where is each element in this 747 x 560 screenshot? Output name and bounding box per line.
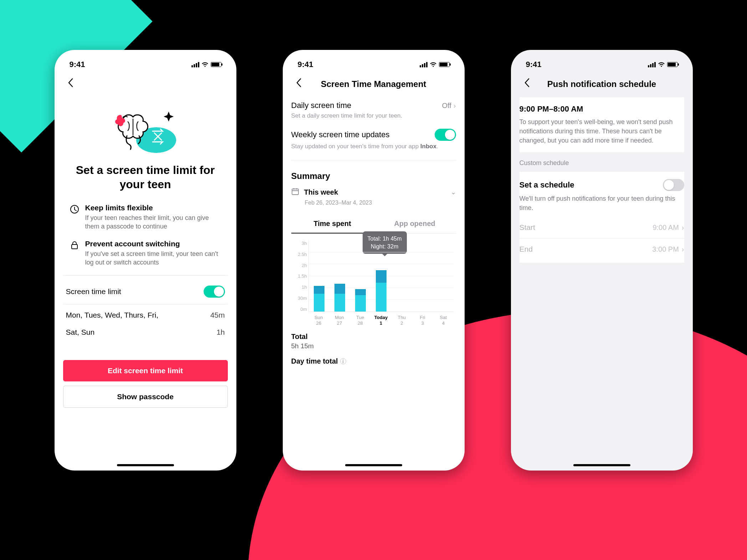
tab-time-spent[interactable]: Time spent: [291, 215, 374, 233]
cellular-icon: [648, 62, 656, 67]
svg-rect-3: [292, 189, 298, 195]
chevron-down-icon: ⌄: [451, 188, 456, 196]
page-title: Set a screen time limit for your teen: [63, 163, 228, 200]
week-picker[interactable]: This week ⌄: [291, 184, 456, 199]
edit-screen-time-button[interactable]: Edit screen time limit: [63, 360, 228, 381]
set-schedule-label: Set a schedule: [520, 180, 574, 190]
screen-time-chart: Total: 1h 45m Night: 32m 3h2.5h2h1.5h1h3…: [291, 233, 456, 326]
end-label: End: [520, 245, 533, 253]
weekly-updates-sub: Stay updated on your teen's time from yo…: [291, 143, 456, 150]
weekend-label: Sat, Sun: [66, 328, 95, 336]
cellular-icon: [420, 62, 428, 67]
x-tick: Tue28: [350, 315, 370, 327]
nav-bar: [63, 73, 228, 97]
nav-bar: Push notification schedule: [520, 73, 684, 97]
start-label: Start: [520, 223, 535, 232]
bar-col[interactable]: [309, 241, 329, 312]
show-passcode-button[interactable]: Show passcode: [63, 386, 228, 408]
custom-schedule-card: Set a schedule We'll turn off push notif…: [520, 172, 684, 263]
page-title: Push notification schedule: [520, 79, 684, 89]
feature-prevent-switching: Prevent account switching If you've set …: [63, 236, 228, 272]
bar-col[interactable]: [433, 241, 454, 312]
bar-col[interactable]: [412, 241, 433, 312]
x-tick: Mon27: [329, 315, 350, 327]
set-schedule-toggle[interactable]: [663, 179, 684, 191]
total-label: Total: [291, 333, 456, 341]
weekly-updates-row: Weekly screen time updates Stay updated …: [291, 125, 456, 156]
feature-text: If your teen reaches their limit, you ca…: [85, 214, 221, 231]
quiet-hours-body: To support your teen's well-being, we wo…: [520, 117, 684, 145]
home-indicator[interactable]: [573, 464, 630, 466]
battery-icon: [667, 62, 678, 67]
clock-icon: [70, 204, 80, 214]
divider: [291, 160, 456, 160]
chart-plot-area: [308, 241, 454, 312]
daily-screen-time-row[interactable]: Daily screen time Off › Set a daily scre…: [291, 97, 456, 125]
weekly-updates-toggle[interactable]: [435, 129, 456, 141]
status-time: 9:41: [298, 60, 313, 69]
weekday-label: Mon, Tues, Wed, Thurs, Fri,: [66, 311, 158, 319]
bar-col[interactable]: [329, 241, 350, 312]
daily-screen-time-sub: Set a daily screen time limit for your t…: [291, 112, 456, 119]
screen-time-limit-toggle-row: Screen time limit: [63, 279, 228, 304]
battery-icon: [439, 62, 450, 67]
back-button[interactable]: [65, 76, 77, 92]
status-time: 9:41: [526, 60, 542, 69]
status-indicators: [191, 62, 221, 67]
status-bar: 9:41: [291, 57, 456, 73]
totals-block: Total 5h 15m Day time total i: [291, 326, 456, 365]
start-value: 9:00 AM: [653, 224, 679, 232]
wifi-icon: [430, 62, 437, 67]
info-icon[interactable]: i: [340, 358, 346, 364]
cellular-icon: [191, 62, 199, 67]
end-value: 3:00 PM: [652, 245, 679, 253]
summary-header: Summary: [291, 165, 456, 184]
battery-icon: [211, 62, 221, 67]
screen-time-limit-toggle[interactable]: [204, 286, 225, 298]
home-indicator[interactable]: [117, 464, 174, 466]
nav-bar: Screen Time Management: [291, 73, 456, 97]
quiet-hours-range: 9:00 PM–8:00 AM: [520, 104, 684, 114]
feature-text: If you've set a screen time limit, your …: [85, 250, 221, 267]
status-indicators: [648, 62, 678, 67]
page-title: Screen Time Management: [291, 79, 456, 89]
week-range: Feb 26, 2023–Mar 4, 2023: [305, 200, 456, 206]
weekend-value: 1h: [216, 328, 225, 336]
weekday-value: 45m: [210, 311, 225, 319]
feature-title: Keep limits flexible: [85, 204, 221, 212]
weekend-limit-row[interactable]: Sat, Sun 1h: [63, 326, 228, 343]
status-bar: 9:41: [520, 57, 684, 73]
x-tick: Sat4: [433, 315, 454, 327]
daily-screen-time-label: Daily screen time: [291, 101, 352, 110]
schedule-start-row[interactable]: Start 9:00 AM ›: [520, 217, 684, 238]
back-button[interactable]: [293, 76, 305, 92]
set-schedule-body: We'll turn off push notifications for yo…: [520, 194, 684, 212]
home-indicator[interactable]: [345, 464, 402, 466]
weekly-updates-label: Weekly screen time updates: [291, 130, 390, 139]
svg-rect-2: [72, 245, 77, 249]
lock-icon: [70, 240, 80, 250]
feature-title: Prevent account switching: [85, 240, 221, 248]
chart-x-axis: Sun26Mon27Tue28Today1Thu2Fri3Sat4: [308, 315, 454, 327]
schedule-end-row[interactable]: End 3:00 PM ›: [520, 238, 684, 260]
toggle-label: Screen time limit: [66, 287, 121, 296]
x-tick: Sun26: [308, 315, 329, 327]
chart-tabs: Time spent App opened: [291, 215, 456, 233]
divider: [63, 275, 228, 276]
bar-col[interactable]: [350, 241, 371, 312]
status-indicators: [420, 62, 450, 67]
wifi-icon: [201, 62, 209, 67]
chart-y-axis: 3h2.5h2h1.5h1h30m0m: [291, 241, 307, 312]
x-tick: Today1: [370, 315, 391, 327]
calendar-icon: [291, 187, 299, 197]
bar-col[interactable]: [371, 241, 392, 312]
x-tick: Thu2: [392, 315, 412, 327]
back-button[interactable]: [521, 76, 533, 92]
bar-col[interactable]: [392, 241, 412, 312]
weekday-limit-row[interactable]: Mon, Tues, Wed, Thurs, Fri, 45m: [63, 304, 228, 326]
daily-screen-time-value: Off: [442, 102, 451, 110]
tab-app-opened[interactable]: App opened: [374, 215, 456, 233]
total-value: 5h 15m: [291, 342, 456, 350]
phone-screen-time-limit: 9:41: [55, 50, 236, 471]
wifi-icon: [658, 62, 665, 67]
